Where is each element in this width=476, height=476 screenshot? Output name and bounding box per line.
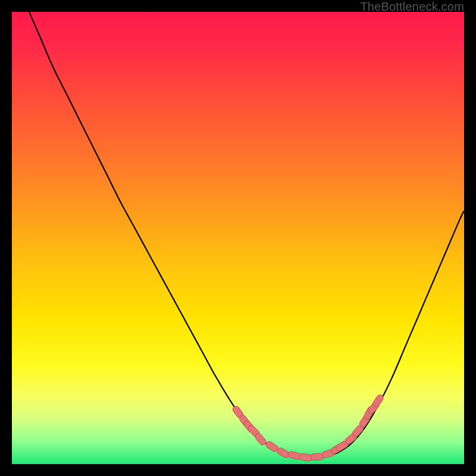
highlight-dot [276, 447, 291, 459]
highlight-dot [372, 393, 384, 408]
plot-area [12, 12, 464, 464]
curve-layer [12, 12, 464, 464]
bottleneck-curve [12, 12, 464, 458]
watermark-text: TheBottleneck.com [360, 0, 464, 14]
highlight-markers [231, 393, 384, 461]
